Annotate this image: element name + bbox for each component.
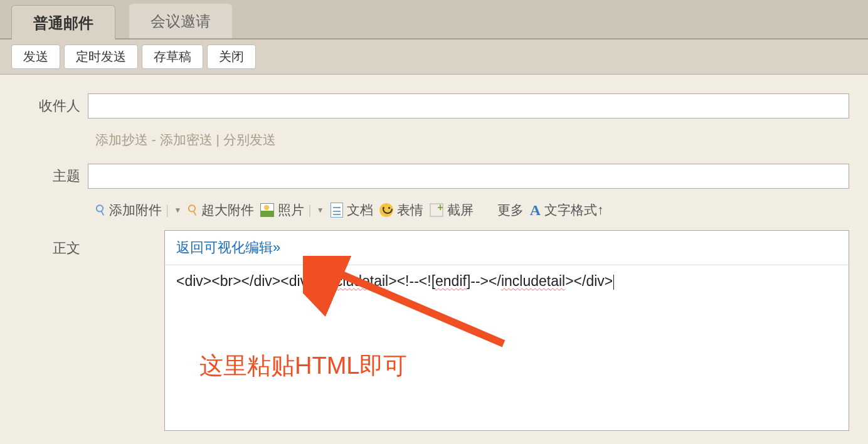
form-area: 收件人 添加抄送 - 添加密送 | 分别发送 主题 ⚲ 添加附件 | ▼ ⚲ 超… — [0, 75, 868, 444]
to-label: 收件人 — [19, 97, 88, 115]
body-text: includetail — [501, 273, 565, 289]
paperclip-icon: ⚲ — [92, 201, 109, 220]
add-attachment-label: 添加附件 — [109, 201, 162, 219]
tab-meeting[interactable]: 会议邀请 — [129, 4, 232, 38]
body-text: ><!--<![ — [388, 273, 435, 289]
separator: - — [152, 132, 160, 147]
screenshot-label: 截屏 — [447, 201, 474, 219]
body-area: 返回可视化编辑» <div><br></div><div><includetai… — [164, 230, 849, 431]
more-button[interactable]: 更多 — [480, 201, 524, 219]
body-text: includetail — [324, 273, 388, 289]
paperclip-large-icon: ⚲ — [184, 201, 201, 220]
large-attachment-button[interactable]: ⚲ 超大附件 — [188, 201, 254, 219]
text-format-button[interactable]: A 文字格式↑ — [530, 201, 604, 219]
send-button[interactable]: 发送 — [11, 45, 60, 69]
timed-send-button[interactable]: 定时发送 — [64, 45, 138, 69]
row-subject: 主题 — [19, 164, 849, 189]
separator: | — [166, 203, 169, 218]
document-icon — [331, 203, 343, 218]
text-format-icon: A — [530, 202, 541, 219]
to-input[interactable] — [88, 93, 849, 119]
separator: | — [308, 203, 311, 218]
return-visual-editor-link[interactable]: 返回可视化编辑» — [176, 240, 280, 255]
grid-icon — [480, 203, 494, 217]
chevron-down-icon[interactable]: ▼ — [174, 206, 181, 214]
emoji-icon — [379, 203, 393, 217]
separator: | — [216, 132, 223, 147]
body-label: 正文 — [19, 230, 88, 258]
subject-label: 主题 — [19, 167, 88, 186]
save-draft-button[interactable]: 存草稿 — [142, 45, 203, 69]
text-format-label: 文字格式↑ — [544, 201, 604, 219]
annotation-text: 这里粘贴HTML即可 — [199, 350, 407, 382]
tab-compose[interactable]: 普通邮件 — [11, 5, 115, 40]
attachment-toolbar: ⚲ 添加附件 | ▼ ⚲ 超大附件 照片 | ▼ 文档 表情 截屏 — [95, 193, 849, 230]
body-text: <div><br></div><div>< — [176, 273, 324, 289]
add-bcc-link[interactable]: 添加密送 — [160, 132, 213, 147]
body-text: endif — [435, 273, 467, 289]
emoji-button[interactable]: 表情 — [379, 201, 423, 219]
large-attachment-label: 超大附件 — [201, 201, 254, 219]
cc-links-row: 添加抄送 - 添加密送 | 分别发送 — [95, 122, 849, 164]
subject-input[interactable] — [88, 164, 849, 189]
tabs-row: 普通邮件 会议邀请 — [0, 0, 868, 40]
document-button[interactable]: 文档 — [331, 201, 373, 219]
row-body: 正文 返回可视化编辑» <div><br></div><div><include… — [19, 230, 849, 431]
photo-button[interactable]: 照片 | ▼ — [260, 201, 324, 219]
row-to: 收件人 — [19, 93, 849, 119]
screenshot-button[interactable]: 截屏 — [430, 201, 474, 219]
toolbar: 发送 定时发送 存草稿 关闭 — [0, 40, 868, 75]
chevron-down-icon[interactable]: ▼ — [317, 206, 324, 214]
body-textarea[interactable]: <div><br></div><div><includetail><!--<![… — [165, 265, 849, 297]
photo-label: 照片 — [278, 201, 304, 219]
more-label: 更多 — [497, 201, 524, 219]
add-attachment-button[interactable]: ⚲ 添加附件 | ▼ — [95, 201, 181, 219]
text-cursor — [613, 275, 614, 290]
add-cc-link[interactable]: 添加抄送 — [95, 132, 148, 147]
emoji-label: 表情 — [397, 201, 423, 219]
screenshot-icon — [430, 203, 443, 217]
send-separately-link[interactable]: 分别发送 — [223, 132, 276, 147]
body-header: 返回可视化编辑» — [165, 231, 849, 265]
photo-icon — [260, 203, 274, 217]
document-label: 文档 — [347, 201, 373, 219]
body-text: ]--></ — [467, 273, 501, 289]
body-text: ></div> — [565, 273, 613, 289]
close-button[interactable]: 关闭 — [207, 45, 256, 69]
